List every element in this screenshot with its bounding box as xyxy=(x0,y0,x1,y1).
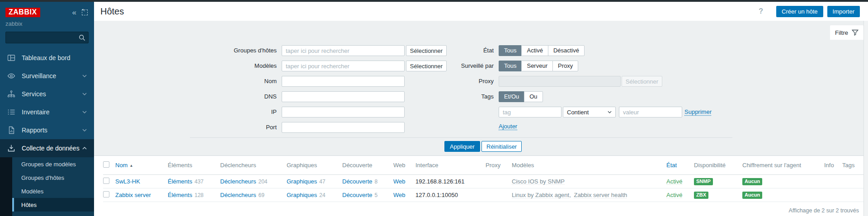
sort-by-name-link[interactable]: Nom xyxy=(115,162,127,169)
sidebar-header: ZABBIX « ↖ xyxy=(5,8,88,17)
filter-groups-input[interactable] xyxy=(282,45,405,56)
table-header-row: Nom▲ Éléments Déclencheurs Graphiques Dé… xyxy=(103,156,863,175)
page-header: Hôtes ? Créer un hôte Importer xyxy=(94,2,868,21)
submenu-item-modeles[interactable]: Modèles xyxy=(12,184,94,198)
tag-operator-value: Contient xyxy=(567,109,608,116)
tag-operator-select[interactable]: Contient xyxy=(563,107,616,117)
import-button[interactable]: Importer xyxy=(827,6,860,17)
zabbix-logo[interactable]: ZABBIX xyxy=(5,8,40,17)
reset-button[interactable]: Réinitialiser xyxy=(481,141,522,152)
sidebar: ZABBIX « ↖ zabbix Tableaux de bord xyxy=(0,2,94,216)
select-all-checkbox[interactable] xyxy=(103,161,109,168)
tag-name-input[interactable] xyxy=(499,107,561,117)
filter-port-input[interactable] xyxy=(282,122,405,133)
tags-option-ou[interactable]: Ou xyxy=(524,91,542,102)
column-header-interface: Interface xyxy=(415,162,486,169)
submenu-item-groupes-dhotes[interactable]: Groupes d'hôtes xyxy=(12,171,94,184)
sidebar-menu: Tableaux de bord Surveillance Servi xyxy=(0,49,94,157)
triggers-link[interactable]: Déclencheurs xyxy=(220,192,256,198)
sidebar-item-tableaux-de-bord[interactable]: Tableaux de bord xyxy=(0,49,94,67)
tag-value-input[interactable] xyxy=(619,107,682,117)
table-row: Zabbix server Éléments128 Déclencheurs69… xyxy=(103,188,863,202)
chevron-down-icon xyxy=(82,75,87,77)
column-header-graphiques: Graphiques xyxy=(287,162,342,169)
items-count: 437 xyxy=(194,178,203,185)
filter-ip-label: IP xyxy=(184,107,277,117)
dashboard-icon xyxy=(7,54,17,62)
tags-option-et-ou[interactable]: Et/Ou xyxy=(499,91,524,102)
row-checkbox[interactable] xyxy=(103,178,109,184)
status-option-active[interactable]: Activé xyxy=(521,45,548,56)
sidebar-item-services[interactable]: Services xyxy=(0,85,94,103)
submenu-item-label: Modèles xyxy=(21,188,43,195)
template-link[interactable]: Cisco IOS by SNMP xyxy=(512,178,565,185)
submenu-item-label: Groupes d'hôtes xyxy=(21,174,64,181)
web-link[interactable]: Web xyxy=(393,178,406,185)
search-icon[interactable] xyxy=(79,34,85,41)
hide-sidebar-icon[interactable]: ↖ xyxy=(82,9,88,15)
sidebar-item-label: Inventaire xyxy=(22,108,80,116)
chevron-down-icon xyxy=(82,129,87,131)
remove-tag-link[interactable]: Supprimer xyxy=(684,107,712,117)
sidebar-item-inventaire[interactable]: Inventaire xyxy=(0,103,94,121)
filter-name-input[interactable] xyxy=(282,76,405,87)
filter-dns-label: DNS xyxy=(184,91,277,102)
graphs-link[interactable]: Graphiques xyxy=(287,192,317,198)
status-option-tous[interactable]: Tous xyxy=(499,45,522,56)
row-checkbox[interactable] xyxy=(103,191,109,197)
filter-proxy-select-button: Sélectionner xyxy=(622,76,662,87)
column-header-tags: Tags xyxy=(842,162,863,169)
help-icon[interactable]: ? xyxy=(759,7,763,15)
hosts-table: Nom▲ Éléments Déclencheurs Graphiques Dé… xyxy=(94,156,863,214)
chevron-down-icon xyxy=(608,111,612,113)
triggers-link[interactable]: Déclencheurs xyxy=(220,178,256,185)
add-tag-link[interactable]: Ajouter xyxy=(499,121,517,132)
graphs-link[interactable]: Graphiques xyxy=(287,178,317,185)
monitored-option-tous[interactable]: Tous xyxy=(499,61,522,71)
column-header-disponibilite: Disponibilité xyxy=(694,162,742,169)
chevron-up-icon xyxy=(82,147,87,150)
sidebar-item-rapports[interactable]: Rapports xyxy=(0,121,94,139)
filter-ip-input[interactable] xyxy=(282,107,405,117)
filter-dns-input[interactable] xyxy=(282,91,405,102)
items-link[interactable]: Éléments xyxy=(168,178,192,185)
status-link[interactable]: Activé xyxy=(666,178,682,185)
sitemap-icon xyxy=(7,90,17,98)
filter-status-label: État xyxy=(401,45,494,56)
sidebar-item-label: Collecte de données xyxy=(22,145,80,152)
filter-templates-input[interactable] xyxy=(282,61,405,71)
sort-by-status-link[interactable]: État xyxy=(666,162,677,169)
template-link[interactable]: Zabbix server health xyxy=(574,192,627,198)
template-separator: , xyxy=(569,192,572,198)
host-name-link[interactable]: SwL3-HK xyxy=(115,178,140,185)
filter-funnel-icon xyxy=(852,29,859,36)
monitored-option-serveur[interactable]: Serveur xyxy=(521,61,553,71)
filter-tags-label: Tags xyxy=(401,91,494,102)
submenu-item-label: Hôtes xyxy=(21,202,37,208)
collapse-sidebar-icon[interactable]: « xyxy=(72,9,76,16)
scrollbar[interactable] xyxy=(863,21,868,216)
discovery-count: 8 xyxy=(374,178,377,185)
filter-monitored-by-label: Surveillé par xyxy=(401,61,494,71)
filter-tab[interactable]: Filtre xyxy=(830,25,863,40)
template-link[interactable]: Linux by Zabbix agent xyxy=(512,192,569,198)
chevron-down-icon xyxy=(82,93,87,95)
encryption-badge: Aucun xyxy=(742,178,762,185)
main-content: Hôtes ? Créer un hôte Importer Filtre Gr… xyxy=(94,2,868,216)
submenu-item-groupes-de-modeles[interactable]: Groupes de modèles xyxy=(12,157,94,171)
sidebar-search-input[interactable] xyxy=(5,32,89,43)
host-name-link[interactable]: Zabbix server xyxy=(115,192,151,198)
monitored-option-proxy[interactable]: Proxy xyxy=(552,61,578,71)
discovery-link[interactable]: Découverte xyxy=(342,178,372,185)
status-option-desactive[interactable]: Désactivé xyxy=(548,45,585,56)
create-host-button[interactable]: Créer un hôte xyxy=(776,6,823,17)
web-link[interactable]: Web xyxy=(393,192,406,198)
status-link[interactable]: Activé xyxy=(666,192,682,198)
discovery-link[interactable]: Découverte xyxy=(342,192,372,198)
arrow-up-left-icon: ↖ xyxy=(82,8,85,12)
sidebar-item-collecte-de-donnees[interactable]: Collecte de données xyxy=(0,139,94,157)
apply-button[interactable]: Appliquer xyxy=(444,141,480,152)
submenu-item-hotes[interactable]: Hôtes xyxy=(12,198,94,211)
items-link[interactable]: Éléments xyxy=(168,192,192,198)
sidebar-item-surveillance[interactable]: Surveillance xyxy=(0,67,94,85)
